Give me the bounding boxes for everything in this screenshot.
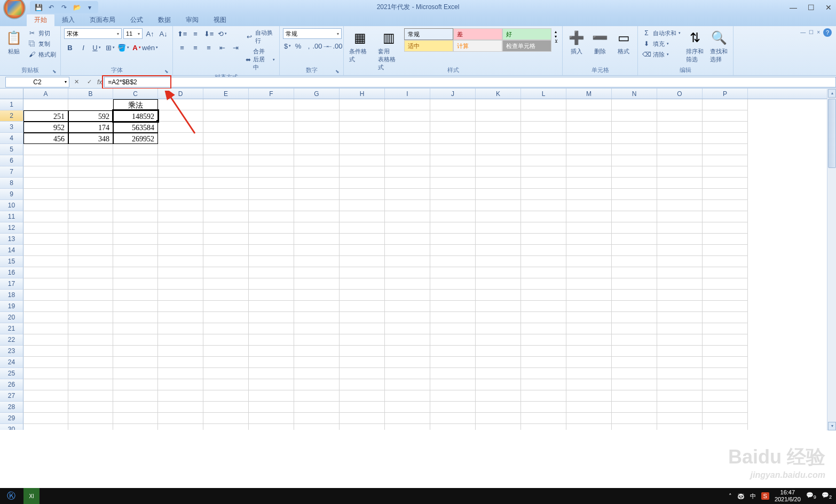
cell[interactable] [294, 346, 340, 357]
cut-button[interactable]: ✂剪切 [27, 28, 57, 38]
cell[interactable] [566, 99, 612, 110]
cell[interactable] [158, 301, 203, 312]
cell[interactable] [430, 413, 476, 424]
cell[interactable] [23, 290, 68, 301]
copy-button[interactable]: ⿻复制 [27, 39, 57, 49]
cell[interactable] [657, 122, 703, 133]
tab-layout[interactable]: 页面布局 [82, 14, 123, 26]
cell[interactable] [158, 390, 203, 402]
align-middle-icon[interactable]: ≡ [190, 28, 201, 39]
cell[interactable] [340, 301, 385, 312]
column-header[interactable]: O [657, 89, 703, 99]
cell[interactable] [521, 424, 566, 430]
cell[interactable] [566, 189, 612, 200]
cell[interactable] [566, 413, 612, 424]
row-header[interactable]: 19 [0, 301, 23, 312]
cell[interactable] [385, 144, 430, 155]
cell[interactable] [385, 301, 430, 312]
cell[interactable] [385, 211, 430, 222]
tray-notification-icon[interactable]: 💬9 [806, 492, 816, 500]
cell[interactable] [703, 379, 748, 390]
cell[interactable] [566, 122, 612, 133]
cell[interactable] [68, 413, 113, 424]
cell[interactable] [113, 278, 158, 290]
cell[interactable] [476, 290, 521, 301]
cell[interactable] [476, 424, 521, 430]
cell[interactable] [23, 323, 68, 334]
cell[interactable] [521, 357, 566, 368]
cell[interactable] [385, 402, 430, 413]
cell[interactable] [23, 278, 68, 290]
cell[interactable] [612, 110, 657, 122]
cell[interactable] [476, 211, 521, 222]
cell[interactable] [249, 222, 294, 234]
cell[interactable] [521, 312, 566, 323]
cell[interactable] [294, 312, 340, 323]
cell[interactable] [657, 133, 703, 144]
row-header[interactable]: 29 [0, 413, 23, 424]
column-header[interactable]: I [385, 89, 430, 99]
cell[interactable] [203, 245, 249, 256]
cell[interactable] [703, 312, 748, 323]
cell[interactable] [476, 334, 521, 346]
cell[interactable] [249, 334, 294, 346]
cell[interactable] [657, 390, 703, 402]
cell[interactable] [657, 178, 703, 189]
cell[interactable] [657, 278, 703, 290]
row-header[interactable]: 7 [0, 166, 23, 178]
cell[interactable] [113, 346, 158, 357]
cell[interactable] [521, 402, 566, 413]
cell[interactable] [23, 155, 68, 166]
merge-center-button[interactable]: ⬌合并后居中▾ [245, 47, 276, 72]
cell[interactable] [566, 234, 612, 245]
cell[interactable] [340, 200, 385, 211]
cell[interactable] [566, 133, 612, 144]
cell[interactable] [340, 278, 385, 290]
cell[interactable] [158, 413, 203, 424]
cell[interactable] [203, 99, 249, 110]
cell[interactable] [566, 290, 612, 301]
cell[interactable] [521, 346, 566, 357]
cell[interactable] [158, 323, 203, 334]
cell[interactable] [612, 222, 657, 234]
cell[interactable] [521, 178, 566, 189]
cell[interactable] [430, 178, 476, 189]
cell[interactable] [203, 301, 249, 312]
font-name-combo[interactable]: 宋体▾ [64, 28, 122, 39]
cell[interactable] [703, 144, 748, 155]
cell[interactable] [703, 122, 748, 133]
column-header[interactable]: D [158, 89, 203, 99]
cell[interactable] [385, 424, 430, 430]
cell[interactable] [203, 379, 249, 390]
cell[interactable] [249, 323, 294, 334]
cell[interactable] [385, 178, 430, 189]
cell[interactable] [203, 133, 249, 144]
row-header[interactable]: 20 [0, 312, 23, 323]
cell[interactable] [703, 155, 748, 166]
gallery-down-icon[interactable]: ▾ [555, 34, 558, 39]
cell[interactable] [476, 245, 521, 256]
cell[interactable] [340, 357, 385, 368]
cell[interactable] [294, 290, 340, 301]
cell[interactable] [476, 234, 521, 245]
row-header[interactable]: 28 [0, 402, 23, 413]
cell[interactable] [68, 189, 113, 200]
tab-formulas[interactable]: 公式 [123, 14, 151, 26]
cell[interactable] [249, 256, 294, 267]
cell[interactable]: 563584 [113, 122, 158, 133]
column-header[interactable]: K [476, 89, 521, 99]
cell[interactable] [68, 178, 113, 189]
cell[interactable] [113, 368, 158, 379]
cell[interactable] [703, 256, 748, 267]
cell[interactable] [23, 166, 68, 178]
cell[interactable] [23, 245, 68, 256]
cell[interactable] [657, 166, 703, 178]
cell[interactable] [703, 178, 748, 189]
cell[interactable] [203, 110, 249, 122]
cell[interactable] [612, 144, 657, 155]
wps-icon[interactable]: Ⓚ [3, 488, 19, 504]
cell[interactable] [566, 368, 612, 379]
cell[interactable] [476, 256, 521, 267]
column-header[interactable]: F [249, 89, 294, 99]
cell[interactable] [158, 178, 203, 189]
